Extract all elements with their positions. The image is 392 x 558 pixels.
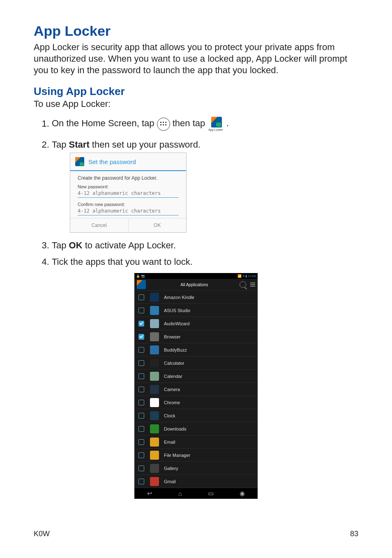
new-password-label: New password: [78, 184, 179, 189]
footer-right: 83 [350, 530, 358, 538]
app-label: Calculator [164, 361, 184, 366]
password-dialog: Set the password Create the password for… [70, 153, 187, 233]
home-icon[interactable]: ⌂ [178, 490, 182, 497]
app-row[interactable]: AudioWizard [134, 317, 258, 330]
app-icon [150, 398, 159, 407]
step-1: On the Home Screen, tap then tap App Loc… [52, 117, 358, 131]
step-4: Tick the apps that you want to lock. [52, 257, 358, 267]
app-checkbox[interactable] [138, 439, 144, 445]
app-label: Camera [164, 387, 180, 392]
app-label: Gmail [164, 479, 176, 484]
step3-text-a: Tap [52, 240, 69, 250]
app-icon [150, 477, 159, 486]
app-row[interactable]: Calendar [134, 370, 258, 383]
step2-text-b: then set up your password. [90, 139, 201, 150]
status-signal-icon: 📶 ▾ ▮ [238, 274, 247, 278]
ok-button[interactable]: OK [129, 218, 187, 232]
app-row[interactable]: Clock [134, 409, 258, 422]
app-icon [150, 385, 159, 394]
app-icon [150, 424, 159, 433]
cancel-button[interactable]: Cancel [70, 218, 129, 232]
app-checkbox[interactable] [138, 347, 144, 353]
app-checkbox[interactable] [138, 387, 144, 392]
app-label: Browser [164, 334, 180, 339]
app-label: Clock [164, 413, 175, 418]
status-bar: 🔒 📷 📶 ▾ ▮ 12:00 [134, 273, 258, 279]
app-row[interactable]: Gallery [134, 462, 258, 475]
page-heading: App Locker [34, 23, 358, 39]
app-locker-icon: App Locker [208, 117, 223, 131]
dialog-title: Set the password [88, 158, 136, 165]
new-password-input[interactable] [78, 189, 179, 198]
app-checkbox[interactable] [138, 360, 144, 366]
search-icon[interactable] [240, 281, 246, 288]
app-label: AudioWizard [164, 321, 189, 326]
step3-bold: OK [69, 240, 83, 250]
app-checkbox[interactable] [138, 479, 144, 484]
footer-left: K0W [34, 530, 50, 538]
app-checkbox[interactable] [138, 452, 144, 458]
app-row[interactable]: Gmail [134, 475, 258, 488]
apps-grid-icon [157, 118, 170, 131]
app-row[interactable]: Amazon Kindle [134, 291, 258, 304]
app-label: Downloads [164, 426, 186, 431]
step3-text-b: to activate App Locker. [83, 240, 176, 250]
step-3: Tap OK to activate App Locker. [52, 240, 358, 251]
dialog-instruction: Create the password for App Locker. [78, 175, 179, 181]
app-checkbox[interactable] [138, 294, 144, 300]
step1-text-b: then tap [173, 118, 208, 129]
app-checkbox[interactable] [138, 400, 144, 405]
confirm-password-label: Confirm new password: [78, 202, 179, 207]
app-label: BuddyBuzz [164, 347, 187, 352]
app-label: Chrome [164, 400, 180, 405]
app-label: ASUS Studio [164, 308, 190, 313]
back-icon[interactable]: ↩ [147, 490, 152, 497]
app-icon [150, 411, 159, 420]
app-icon [150, 464, 159, 473]
app-icon [150, 345, 159, 354]
app-row[interactable]: Browser [134, 330, 258, 343]
app-row[interactable]: Calculator [134, 357, 258, 370]
app-checkbox[interactable] [138, 308, 144, 313]
camera-nav-icon[interactable]: ◉ [240, 490, 245, 497]
app-label: Calendar [164, 374, 182, 379]
app-icon [150, 293, 159, 302]
confirm-password-input[interactable] [78, 207, 179, 215]
app-checkbox[interactable] [138, 413, 144, 419]
app-locker-tab-icon [137, 280, 146, 289]
app-checkbox[interactable] [138, 321, 144, 326]
app-icon [150, 332, 159, 341]
menu-icon[interactable] [249, 282, 255, 287]
app-icon [150, 306, 159, 315]
app-icon [150, 319, 159, 328]
step-2: Tap Start then set up your password. Set… [52, 139, 358, 233]
app-row[interactable]: Downloads [134, 422, 258, 435]
app-row[interactable]: BuddyBuzz [134, 343, 258, 357]
app-checkbox[interactable] [138, 334, 144, 340]
app-checkbox[interactable] [138, 465, 144, 471]
app-icon [150, 438, 159, 447]
app-row[interactable]: Chrome [134, 396, 258, 409]
step1-text-a: On the Home Screen, tap [52, 118, 157, 129]
app-checkbox[interactable] [138, 426, 144, 432]
step2-text-a: Tap [52, 139, 69, 150]
recent-icon[interactable]: ▭ [208, 490, 214, 497]
app-icon [150, 451, 159, 460]
subheading: Using App Locker [34, 85, 358, 98]
app-row[interactable]: Email [134, 435, 258, 449]
phone-mock: 🔒 📷 📶 ▾ ▮ 12:00 All Applications Amazon … [134, 273, 258, 499]
phone-nav-bar: ↩ ⌂ ▭ ◉ [134, 488, 258, 499]
app-row[interactable]: File Manager [134, 449, 258, 462]
app-label: Email [164, 440, 175, 445]
app-row[interactable]: ASUS Studio [134, 304, 258, 317]
lock-icon [75, 157, 84, 166]
step2-bold: Start [69, 139, 90, 150]
app-row[interactable]: Camera [134, 383, 258, 396]
app-label: File Manager [164, 453, 190, 458]
app-label: Amazon Kindle [164, 295, 194, 300]
app-label: Gallery [164, 466, 178, 471]
tab-title: All Applications [149, 282, 240, 287]
app-checkbox[interactable] [138, 373, 144, 379]
app-locker-label: App Locker [208, 128, 223, 131]
step1-text-c: . [226, 118, 229, 129]
